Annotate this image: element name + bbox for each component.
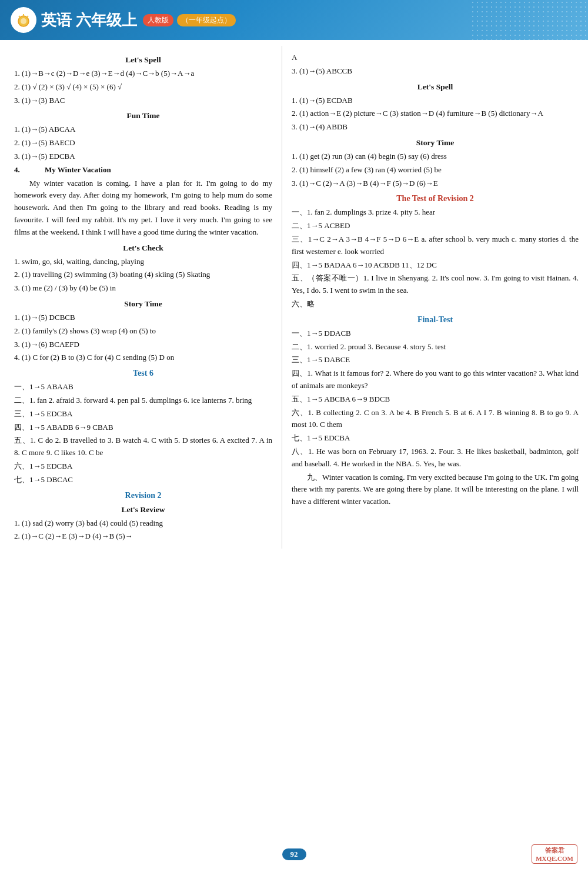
story-time-3-left: 3. (1)→(6) BCAEFD [14,339,272,351]
right-lets-spell-1: 1. (1)→(5) ECDAB [292,95,579,107]
ft-qi: 七、1→5 EDCBA [292,432,579,445]
svg-line-4 [27,16,28,17]
footer: 92 [0,848,588,860]
revision2-title: Revision 2 [14,491,272,500]
right-story-time-3: 3. (1)→C (2)→A (3)→B (4)→F (5)→D (6)→E [292,178,579,190]
lets-spell-1-left: 1. (1)→B→c (2)→D→e (3)→E→d (4)→C→b (5)→A… [14,68,272,80]
ft-ba: 八、1. He was born on February 17, 1963. 2… [292,446,579,470]
story-time-4-left: 4. (1) C for (2) B to (3) C for (4) C se… [14,352,272,364]
right-3-top: 3. (1)→(5) ABCCB [292,65,579,78]
lets-spell-title-left: Let's Spell [14,55,272,65]
lets-spell-2-left: 2. (1) √ (2) × (3) √ (4) × (5) × (6) √ [14,81,272,93]
ft-jiu: 九、Winter vacation is coming. I'm very ex… [292,472,579,508]
story-time-2-left: 2. (1) family's (2) shows (3) wrap (4) o… [14,325,272,338]
test6-er: 二、1. fan 2. afraid 3. forward 4. pen pal… [14,395,272,407]
svg-point-1 [21,18,26,24]
lets-review-title: Let's Review [14,505,272,514]
badge-renjiaoban: 人教版 [143,14,173,26]
ft-wu: 五、1→5 ABCBA 6→9 BDCB [292,393,579,406]
lets-check-2: 2. (1) travelling (2) swimming (3) boati… [14,269,272,281]
lets-review-2: 2. (1)→C (2)→E (3)→D (4)→B (5)→ [14,530,272,543]
tor2-er: 二、1→5 ACBED [292,220,579,232]
test-of-revision2-title: The Test of Revision 2 [292,194,579,203]
right-story-time-1: 1. (1) get (2) run (3) can (4) begin (5)… [292,151,579,163]
tor2-liu: 六、略 [292,298,579,310]
header-icon [11,7,36,33]
fun-time-4-header: 4. My Winter Vacation [14,164,272,176]
header: 英语 六年级上 人教版 （一年级起点） [0,0,588,40]
svg-line-3 [19,16,20,17]
ft-san: 三、1→5 DABCE [292,354,579,366]
test6-si: 四、1→5 ABADB 6→9 CBAB [14,422,272,434]
ft-er: 二、1. worried 2. proud 3. Because 4. stor… [292,341,579,353]
right-lets-spell-2: 2. (1) action→E (2) picture→C (3) statio… [292,108,579,120]
fun-time-4-text: My winter vacation is coming. I have a p… [14,178,272,239]
ft-si: 四、1. What is it famous for? 2. Where do … [292,367,579,392]
lets-check-title: Let's Check [14,243,272,253]
fun-time-1: 1. (1)→(5) ABCAA [14,123,272,136]
tor2-yi: 一、1. fan 2. dumplings 3. prize 4. pity 5… [292,206,579,219]
watermark-line2: MXQE.COM [536,855,573,862]
story-time-title-left: Story Time [14,299,272,309]
story-time-1-left: 1. (1)→(5) DCBCB [14,312,272,324]
right-story-time-title: Story Time [292,138,579,148]
header-dots-decoration [470,0,588,40]
ft-liu: 六、1. B collecting 2. C on 3. A be 4. B F… [292,407,579,432]
test6-title: Test 6 [14,369,272,378]
watermark-line1: 答案君 [536,846,573,855]
test6-qi: 七、1→5 DBCAC [14,474,272,486]
left-column: Let's Spell 1. (1)→B→c (2)→D→e (3)→E→d (… [0,46,282,549]
watermark-box: 答案君 MXQE.COM [532,844,577,864]
fun-time-4-title: My Winter Vacation [45,165,111,174]
tor2-si: 四、1→5 BADAA 6→10 ACBDB 11、12 DC [292,259,579,272]
tor2-san: 三、1→C 2→A 3→B 4→F 5→D 6→E a. after schoo… [292,233,579,258]
test6-liu: 六、1→5 EDCBA [14,460,272,473]
fun-time-2: 2. (1)→(5) BAECD [14,137,272,149]
fun-time-4-num: 4. [14,165,20,174]
test6-wu: 五、1. C do 2. B travelled to 3. B watch 4… [14,435,272,459]
header-title: 英语 六年级上 [41,10,137,31]
lets-check-3: 3. (1) me (2) / (3) by (4) be (5) in [14,282,272,295]
final-test-title: Final-Test [292,315,579,325]
page-number: 92 [282,848,306,860]
lets-review-1: 1. (1) sad (2) worry (3) bad (4) could (… [14,517,272,530]
test6-yi: 一、1→5 ABAAB [14,381,272,393]
fun-time-title: Fun Time [14,111,272,121]
ft-yi: 一、1→5 DDACB [292,328,579,340]
right-story-time-2: 2. (1) himself (2) a few (3) ran (4) wor… [292,164,579,176]
lets-check-1: 1. swim, go, ski, waiting, dancing, play… [14,256,272,268]
lets-spell-3-left: 3. (1)→(3) BAC [14,95,272,107]
test6-san: 三、1→5 EDCBA [14,408,272,420]
tor2-wu: 五、（答案不唯一）1. I live in Shenyang. 2. It's … [292,272,579,297]
right-a-label: A [292,52,579,64]
content-area: Let's Spell 1. (1)→B→c (2)→D→e (3)→E→d (… [0,40,588,549]
watermark: 答案君 MXQE.COM [532,844,577,864]
right-lets-spell-3: 3. (1)→(4) ABDB [292,121,579,133]
fun-time-3: 3. (1)→(5) EDCBA [14,151,272,163]
right-column: A 3. (1)→(5) ABCCB Let's Spell 1. (1)→(5… [282,46,588,549]
right-lets-spell-title: Let's Spell [292,82,579,92]
badge-yinian: （一年级起点） [177,14,236,26]
